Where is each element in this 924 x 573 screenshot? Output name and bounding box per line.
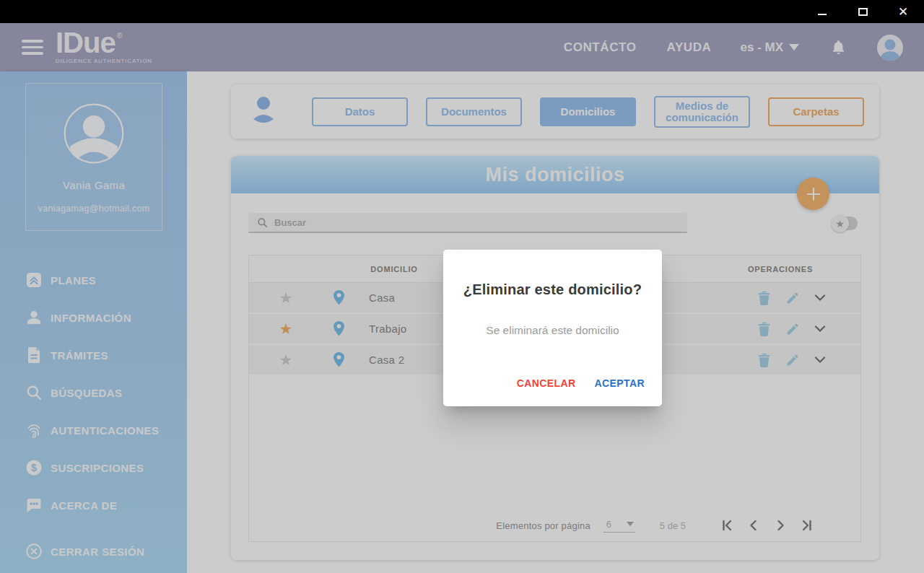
dialog-message: Se eliminará este domicilio — [443, 324, 662, 337]
delete-confirmation-dialog: ¿Eliminar este domicilio? Se eliminará e… — [443, 250, 662, 406]
dialog-title: ¿Eliminar este domicilio? — [443, 250, 662, 298]
titlebar: ✕ — [0, 0, 924, 23]
accept-button[interactable]: ACEPTAR — [595, 377, 645, 389]
close-icon[interactable]: ✕ — [894, 4, 912, 19]
cancel-button[interactable]: CANCELAR — [517, 377, 576, 389]
minimize-icon[interactable] — [813, 4, 832, 19]
maximize-icon[interactable] — [853, 4, 872, 19]
app-window: ✕ IDue ® DILIGENCE AUTHENTICATION CONTÁC… — [0, 0, 924, 573]
